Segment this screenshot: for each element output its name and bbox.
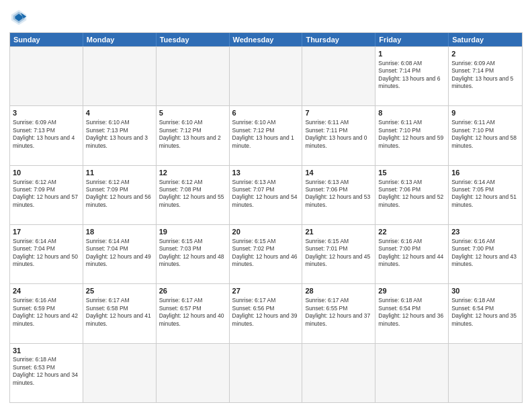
- day-number: 17: [13, 227, 80, 237]
- calendar-cell: 15Sunrise: 6:13 AMSunset: 7:06 PMDayligh…: [375, 166, 449, 224]
- calendar-cell: [230, 344, 303, 402]
- day-number: 1: [378, 49, 445, 59]
- header-cell-tuesday: Tuesday: [157, 33, 230, 46]
- day-number: 23: [451, 227, 519, 237]
- day-info: Sunrise: 6:17 AMSunset: 6:58 PMDaylight:…: [86, 297, 151, 326]
- day-number: 24: [13, 286, 80, 296]
- calendar-cell: 27Sunrise: 6:17 AMSunset: 6:56 PMDayligh…: [230, 284, 303, 342]
- day-number: 10: [13, 168, 80, 178]
- calendar-cell: 14Sunrise: 6:13 AMSunset: 7:06 PMDayligh…: [302, 166, 375, 224]
- calendar-cell: [83, 344, 157, 402]
- day-info: Sunrise: 6:15 AMSunset: 7:03 PMDaylight:…: [159, 238, 224, 267]
- calendar-cell: [302, 344, 375, 402]
- calendar-cell: 8Sunrise: 6:11 AMSunset: 7:10 PMDaylight…: [375, 106, 449, 165]
- calendar-cell: 31Sunrise: 6:18 AMSunset: 6:53 PMDayligh…: [10, 344, 83, 402]
- calendar-cell: 23Sunrise: 6:16 AMSunset: 7:00 PMDayligh…: [449, 225, 522, 283]
- calendar-cell: [230, 47, 303, 105]
- day-info: Sunrise: 6:14 AMSunset: 7:04 PMDaylight:…: [86, 238, 151, 267]
- day-number: 5: [159, 108, 226, 118]
- header: [9, 8, 523, 27]
- day-info: Sunrise: 6:14 AMSunset: 7:04 PMDaylight:…: [13, 238, 78, 267]
- day-number: 11: [86, 168, 153, 178]
- calendar-cell: 13Sunrise: 6:13 AMSunset: 7:07 PMDayligh…: [230, 166, 303, 224]
- calendar-cell: 19Sunrise: 6:15 AMSunset: 7:03 PMDayligh…: [157, 225, 230, 283]
- day-number: 14: [305, 168, 372, 178]
- day-number: 18: [86, 227, 153, 237]
- day-number: 27: [232, 286, 300, 296]
- calendar-cell: 6Sunrise: 6:10 AMSunset: 7:12 PMDaylight…: [230, 106, 303, 165]
- day-info: Sunrise: 6:09 AMSunset: 7:14 PMDaylight:…: [451, 60, 513, 89]
- day-number: 7: [305, 108, 372, 118]
- calendar-cell: 18Sunrise: 6:14 AMSunset: 7:04 PMDayligh…: [83, 225, 157, 283]
- day-info: Sunrise: 6:16 AMSunset: 7:00 PMDaylight:…: [451, 238, 517, 267]
- day-number: 6: [232, 108, 300, 118]
- page: SundayMondayTuesdayWednesdayThursdayFrid…: [0, 0, 532, 411]
- calendar-cell: 22Sunrise: 6:16 AMSunset: 7:00 PMDayligh…: [375, 225, 449, 283]
- header-cell-monday: Monday: [83, 33, 157, 46]
- day-info: Sunrise: 6:18 AMSunset: 6:54 PMDaylight:…: [451, 297, 517, 326]
- day-number: 3: [13, 108, 80, 118]
- day-info: Sunrise: 6:11 AMSunset: 7:10 PMDaylight:…: [378, 119, 443, 148]
- calendar-cell: 21Sunrise: 6:15 AMSunset: 7:01 PMDayligh…: [302, 225, 375, 283]
- calendar-row-2: 10Sunrise: 6:12 AMSunset: 7:09 PMDayligh…: [10, 165, 522, 224]
- day-info: Sunrise: 6:09 AMSunset: 7:13 PMDaylight:…: [13, 119, 75, 148]
- calendar-cell: [83, 47, 157, 105]
- calendar-cell: 12Sunrise: 6:12 AMSunset: 7:08 PMDayligh…: [157, 166, 230, 224]
- day-info: Sunrise: 6:10 AMSunset: 7:12 PMDaylight:…: [159, 119, 221, 148]
- day-info: Sunrise: 6:12 AMSunset: 7:08 PMDaylight:…: [159, 179, 224, 208]
- header-cell-sunday: Sunday: [10, 33, 83, 46]
- day-number: 28: [305, 286, 372, 296]
- day-number: 9: [451, 108, 519, 118]
- calendar-cell: [375, 344, 449, 402]
- calendar-cell: [157, 47, 230, 105]
- calendar-cell: 9Sunrise: 6:11 AMSunset: 7:10 PMDaylight…: [449, 106, 522, 165]
- calendar-cell: [449, 344, 522, 402]
- header-cell-saturday: Saturday: [449, 33, 522, 46]
- day-number: 25: [86, 286, 153, 296]
- logo: [9, 8, 31, 27]
- calendar-cell: 4Sunrise: 6:10 AMSunset: 7:13 PMDaylight…: [83, 106, 157, 165]
- logo-icon: [9, 8, 28, 27]
- day-info: Sunrise: 6:18 AMSunset: 6:53 PMDaylight:…: [13, 356, 78, 385]
- calendar: SundayMondayTuesdayWednesdayThursdayFrid…: [9, 32, 523, 403]
- calendar-cell: 17Sunrise: 6:14 AMSunset: 7:04 PMDayligh…: [10, 225, 83, 283]
- calendar-body: 1Sunrise: 6:08 AMSunset: 7:14 PMDaylight…: [10, 46, 522, 402]
- day-number: 2: [451, 49, 519, 59]
- day-info: Sunrise: 6:11 AMSunset: 7:11 PMDaylight:…: [305, 119, 367, 148]
- day-number: 4: [86, 108, 153, 118]
- calendar-cell: 7Sunrise: 6:11 AMSunset: 7:11 PMDaylight…: [302, 106, 375, 165]
- day-info: Sunrise: 6:17 AMSunset: 6:57 PMDaylight:…: [159, 297, 224, 326]
- day-number: 22: [378, 227, 445, 237]
- calendar-cell: 2Sunrise: 6:09 AMSunset: 7:14 PMDaylight…: [449, 47, 522, 105]
- day-number: 12: [159, 168, 226, 178]
- day-info: Sunrise: 6:11 AMSunset: 7:10 PMDaylight:…: [451, 119, 517, 148]
- day-info: Sunrise: 6:14 AMSunset: 7:05 PMDaylight:…: [451, 179, 517, 208]
- calendar-header-row: SundayMondayTuesdayWednesdayThursdayFrid…: [10, 33, 522, 46]
- calendar-cell: [10, 47, 83, 105]
- calendar-row-0: 1Sunrise: 6:08 AMSunset: 7:14 PMDaylight…: [10, 46, 522, 105]
- day-info: Sunrise: 6:16 AMSunset: 7:00 PMDaylight:…: [378, 238, 443, 267]
- header-cell-wednesday: Wednesday: [230, 33, 303, 46]
- calendar-cell: [302, 47, 375, 105]
- calendar-cell: 24Sunrise: 6:16 AMSunset: 6:59 PMDayligh…: [10, 284, 83, 342]
- day-info: Sunrise: 6:17 AMSunset: 6:56 PMDaylight:…: [232, 297, 298, 326]
- day-info: Sunrise: 6:15 AMSunset: 7:01 PMDaylight:…: [305, 238, 370, 267]
- day-info: Sunrise: 6:10 AMSunset: 7:13 PMDaylight:…: [86, 119, 148, 148]
- calendar-cell: 1Sunrise: 6:08 AMSunset: 7:14 PMDaylight…: [375, 47, 449, 105]
- day-number: 15: [378, 168, 445, 178]
- day-number: 31: [13, 346, 80, 356]
- day-info: Sunrise: 6:13 AMSunset: 7:06 PMDaylight:…: [305, 179, 370, 208]
- calendar-cell: 5Sunrise: 6:10 AMSunset: 7:12 PMDaylight…: [157, 106, 230, 165]
- calendar-cell: 29Sunrise: 6:18 AMSunset: 6:54 PMDayligh…: [375, 284, 449, 342]
- day-number: 16: [451, 168, 519, 178]
- day-info: Sunrise: 6:13 AMSunset: 7:06 PMDaylight:…: [378, 179, 443, 208]
- calendar-row-5: 31Sunrise: 6:18 AMSunset: 6:53 PMDayligh…: [10, 343, 522, 402]
- header-cell-thursday: Thursday: [302, 33, 375, 46]
- day-number: 20: [232, 227, 300, 237]
- calendar-cell: 3Sunrise: 6:09 AMSunset: 7:13 PMDaylight…: [10, 106, 83, 165]
- calendar-cell: 30Sunrise: 6:18 AMSunset: 6:54 PMDayligh…: [449, 284, 522, 342]
- calendar-cell: 10Sunrise: 6:12 AMSunset: 7:09 PMDayligh…: [10, 166, 83, 224]
- day-info: Sunrise: 6:17 AMSunset: 6:55 PMDaylight:…: [305, 297, 370, 326]
- calendar-cell: 26Sunrise: 6:17 AMSunset: 6:57 PMDayligh…: [157, 284, 230, 342]
- day-number: 29: [378, 286, 445, 296]
